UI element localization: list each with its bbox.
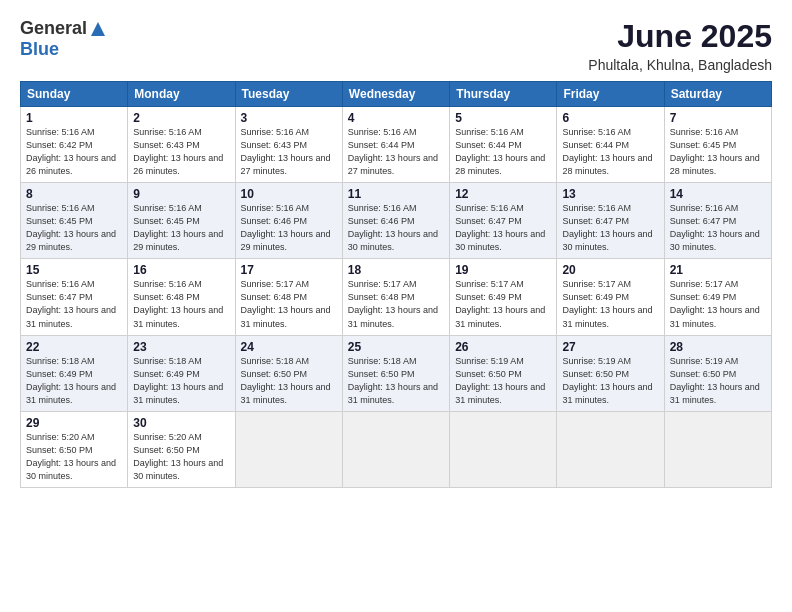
day-cell-13: 13Sunrise: 5:16 AMSunset: 6:47 PMDayligh… [557, 183, 664, 259]
calendar-table: SundayMondayTuesdayWednesdayThursdayFrid… [20, 81, 772, 488]
day-number: 14 [670, 187, 766, 201]
day-number: 4 [348, 111, 444, 125]
day-info: Sunrise: 5:16 AMSunset: 6:44 PMDaylight:… [455, 126, 551, 178]
header-friday: Friday [557, 82, 664, 107]
title-block: June 2025 Phultala, Khulna, Bangladesh [588, 18, 772, 73]
logo-blue-text: Blue [20, 39, 59, 60]
day-cell-19: 19Sunrise: 5:17 AMSunset: 6:49 PMDayligh… [450, 259, 557, 335]
day-number: 24 [241, 340, 337, 354]
empty-cell [235, 411, 342, 487]
week-row-4: 22Sunrise: 5:18 AMSunset: 6:49 PMDayligh… [21, 335, 772, 411]
day-info: Sunrise: 5:17 AMSunset: 6:49 PMDaylight:… [455, 278, 551, 330]
day-cell-2: 2Sunrise: 5:16 AMSunset: 6:43 PMDaylight… [128, 107, 235, 183]
day-cell-1: 1Sunrise: 5:16 AMSunset: 6:42 PMDaylight… [21, 107, 128, 183]
day-info: Sunrise: 5:16 AMSunset: 6:44 PMDaylight:… [562, 126, 658, 178]
day-info: Sunrise: 5:19 AMSunset: 6:50 PMDaylight:… [670, 355, 766, 407]
logo: General Blue [20, 18, 107, 60]
day-cell-11: 11Sunrise: 5:16 AMSunset: 6:46 PMDayligh… [342, 183, 449, 259]
day-number: 18 [348, 263, 444, 277]
day-number: 7 [670, 111, 766, 125]
day-cell-24: 24Sunrise: 5:18 AMSunset: 6:50 PMDayligh… [235, 335, 342, 411]
day-info: Sunrise: 5:16 AMSunset: 6:44 PMDaylight:… [348, 126, 444, 178]
day-cell-6: 6Sunrise: 5:16 AMSunset: 6:44 PMDaylight… [557, 107, 664, 183]
day-number: 20 [562, 263, 658, 277]
day-info: Sunrise: 5:19 AMSunset: 6:50 PMDaylight:… [562, 355, 658, 407]
day-info: Sunrise: 5:16 AMSunset: 6:45 PMDaylight:… [670, 126, 766, 178]
day-number: 2 [133, 111, 229, 125]
day-cell-23: 23Sunrise: 5:18 AMSunset: 6:49 PMDayligh… [128, 335, 235, 411]
day-number: 12 [455, 187, 551, 201]
day-info: Sunrise: 5:16 AMSunset: 6:47 PMDaylight:… [26, 278, 122, 330]
day-cell-18: 18Sunrise: 5:17 AMSunset: 6:48 PMDayligh… [342, 259, 449, 335]
empty-cell [342, 411, 449, 487]
day-info: Sunrise: 5:18 AMSunset: 6:49 PMDaylight:… [26, 355, 122, 407]
header-sunday: Sunday [21, 82, 128, 107]
day-cell-7: 7Sunrise: 5:16 AMSunset: 6:45 PMDaylight… [664, 107, 771, 183]
page: General Blue June 2025 Phultala, Khulna,… [0, 0, 792, 612]
day-number: 1 [26, 111, 122, 125]
day-number: 15 [26, 263, 122, 277]
header-thursday: Thursday [450, 82, 557, 107]
day-number: 9 [133, 187, 229, 201]
header-tuesday: Tuesday [235, 82, 342, 107]
week-row-1: 1Sunrise: 5:16 AMSunset: 6:42 PMDaylight… [21, 107, 772, 183]
day-number: 19 [455, 263, 551, 277]
header-wednesday: Wednesday [342, 82, 449, 107]
day-cell-14: 14Sunrise: 5:16 AMSunset: 6:47 PMDayligh… [664, 183, 771, 259]
header: General Blue June 2025 Phultala, Khulna,… [20, 18, 772, 73]
day-number: 23 [133, 340, 229, 354]
day-info: Sunrise: 5:20 AMSunset: 6:50 PMDaylight:… [133, 431, 229, 483]
header-saturday: Saturday [664, 82, 771, 107]
day-info: Sunrise: 5:16 AMSunset: 6:45 PMDaylight:… [133, 202, 229, 254]
week-row-2: 8Sunrise: 5:16 AMSunset: 6:45 PMDaylight… [21, 183, 772, 259]
day-number: 30 [133, 416, 229, 430]
day-number: 22 [26, 340, 122, 354]
day-info: Sunrise: 5:16 AMSunset: 6:48 PMDaylight:… [133, 278, 229, 330]
day-number: 11 [348, 187, 444, 201]
day-info: Sunrise: 5:18 AMSunset: 6:49 PMDaylight:… [133, 355, 229, 407]
day-info: Sunrise: 5:16 AMSunset: 6:42 PMDaylight:… [26, 126, 122, 178]
day-info: Sunrise: 5:19 AMSunset: 6:50 PMDaylight:… [455, 355, 551, 407]
day-info: Sunrise: 5:20 AMSunset: 6:50 PMDaylight:… [26, 431, 122, 483]
day-info: Sunrise: 5:16 AMSunset: 6:47 PMDaylight:… [455, 202, 551, 254]
day-cell-25: 25Sunrise: 5:18 AMSunset: 6:50 PMDayligh… [342, 335, 449, 411]
day-number: 3 [241, 111, 337, 125]
header-monday: Monday [128, 82, 235, 107]
day-info: Sunrise: 5:18 AMSunset: 6:50 PMDaylight:… [348, 355, 444, 407]
logo-general-text: General [20, 18, 87, 39]
logo-icon [89, 20, 107, 38]
day-info: Sunrise: 5:16 AMSunset: 6:43 PMDaylight:… [241, 126, 337, 178]
day-cell-27: 27Sunrise: 5:19 AMSunset: 6:50 PMDayligh… [557, 335, 664, 411]
day-cell-16: 16Sunrise: 5:16 AMSunset: 6:48 PMDayligh… [128, 259, 235, 335]
day-number: 17 [241, 263, 337, 277]
day-info: Sunrise: 5:16 AMSunset: 6:46 PMDaylight:… [241, 202, 337, 254]
day-cell-9: 9Sunrise: 5:16 AMSunset: 6:45 PMDaylight… [128, 183, 235, 259]
day-info: Sunrise: 5:18 AMSunset: 6:50 PMDaylight:… [241, 355, 337, 407]
month-title: June 2025 [588, 18, 772, 55]
day-cell-5: 5Sunrise: 5:16 AMSunset: 6:44 PMDaylight… [450, 107, 557, 183]
day-info: Sunrise: 5:16 AMSunset: 6:47 PMDaylight:… [562, 202, 658, 254]
day-cell-4: 4Sunrise: 5:16 AMSunset: 6:44 PMDaylight… [342, 107, 449, 183]
day-cell-28: 28Sunrise: 5:19 AMSunset: 6:50 PMDayligh… [664, 335, 771, 411]
day-cell-21: 21Sunrise: 5:17 AMSunset: 6:49 PMDayligh… [664, 259, 771, 335]
day-cell-8: 8Sunrise: 5:16 AMSunset: 6:45 PMDaylight… [21, 183, 128, 259]
day-number: 25 [348, 340, 444, 354]
day-info: Sunrise: 5:16 AMSunset: 6:45 PMDaylight:… [26, 202, 122, 254]
day-cell-10: 10Sunrise: 5:16 AMSunset: 6:46 PMDayligh… [235, 183, 342, 259]
day-cell-15: 15Sunrise: 5:16 AMSunset: 6:47 PMDayligh… [21, 259, 128, 335]
day-cell-20: 20Sunrise: 5:17 AMSunset: 6:49 PMDayligh… [557, 259, 664, 335]
day-info: Sunrise: 5:16 AMSunset: 6:46 PMDaylight:… [348, 202, 444, 254]
day-info: Sunrise: 5:17 AMSunset: 6:49 PMDaylight:… [670, 278, 766, 330]
day-info: Sunrise: 5:17 AMSunset: 6:49 PMDaylight:… [562, 278, 658, 330]
day-cell-3: 3Sunrise: 5:16 AMSunset: 6:43 PMDaylight… [235, 107, 342, 183]
day-number: 13 [562, 187, 658, 201]
day-number: 29 [26, 416, 122, 430]
location: Phultala, Khulna, Bangladesh [588, 57, 772, 73]
day-cell-12: 12Sunrise: 5:16 AMSunset: 6:47 PMDayligh… [450, 183, 557, 259]
empty-cell [557, 411, 664, 487]
day-cell-17: 17Sunrise: 5:17 AMSunset: 6:48 PMDayligh… [235, 259, 342, 335]
day-info: Sunrise: 5:17 AMSunset: 6:48 PMDaylight:… [348, 278, 444, 330]
day-number: 21 [670, 263, 766, 277]
week-row-3: 15Sunrise: 5:16 AMSunset: 6:47 PMDayligh… [21, 259, 772, 335]
day-number: 16 [133, 263, 229, 277]
